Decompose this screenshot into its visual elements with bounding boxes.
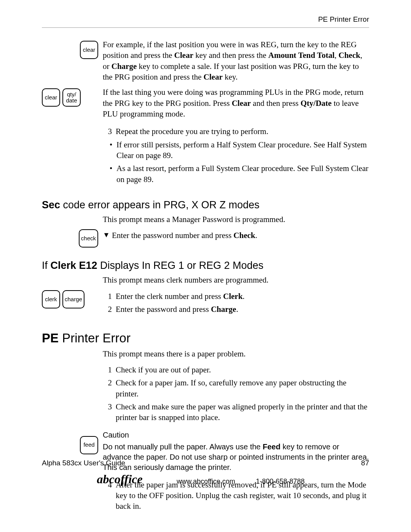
caution-heading: Caution: [103, 430, 369, 440]
step-3: 3 Repeat the procedure you are trying to…: [103, 126, 369, 137]
brand-bar: abcoffice www.abcoffice.com 1-800-658-87…: [0, 472, 411, 486]
key-clerk: clerk: [42, 290, 60, 308]
key-charge: charge: [62, 290, 84, 308]
pe-intro: This prompt means there is a paper probl…: [103, 348, 369, 359]
pe-step-1: 1 Check if you are out of paper.: [103, 364, 369, 375]
footer-guide-name: Alpha 583cx User's Guide: [42, 459, 125, 467]
clerk-step-2: 2 Enter the password and press Charge.: [103, 304, 369, 315]
brand-url: www.abcoffice.com: [177, 478, 235, 486]
key-check: check: [79, 229, 98, 248]
brand-phone: 1-800-658-8788: [256, 478, 304, 486]
heading-sec-error: Sec code error appears in PRG, X OR Z mo…: [42, 199, 369, 211]
bullet-full-clear: • As a last resort, perform a Full Syste…: [110, 163, 369, 185]
heading-clerk-e12: If Clerk E12 Displays In REG 1 or REG 2 …: [42, 260, 369, 272]
footer-page-number: 87: [361, 459, 369, 467]
key-feed: feed: [80, 436, 98, 454]
example-paragraph: For example, if the last position you we…: [103, 39, 369, 82]
page-footer: Alpha 583cx User's Guide 87: [42, 459, 369, 467]
heading-pe-printer-error: PE Printer Error: [42, 331, 369, 345]
bullet-half-clear: • If error still persists, perform a Hal…: [110, 139, 369, 161]
clerk-step-1: 1 Enter the clerk number and press Clerk…: [103, 291, 369, 302]
clerk-intro: This prompt means clerk numbers are prog…: [103, 275, 369, 285]
pe-step-3: 3 Check and make sure the paper was alig…: [103, 401, 369, 423]
brand-logo: abcoffice: [97, 472, 143, 486]
sec-step: ▼ Enter the password number and press Ch…: [103, 230, 369, 241]
plu-paragraph: If the last thing you were doing was pro…: [103, 87, 369, 119]
header-section-title: PE Printer Error: [318, 15, 369, 23]
pe-step-2: 2 Check for a paper jam. If so, carefull…: [103, 377, 369, 399]
sec-intro: This prompt means a Manager Password is …: [103, 214, 369, 225]
key-qty-date: qty/ date: [62, 88, 81, 107]
page-header: PE Printer Error: [42, 15, 369, 28]
key-clear: clear: [42, 88, 60, 107]
caution-text: Do not manually pull the paper. Always u…: [103, 442, 369, 473]
triangle-down-icon: ▼: [103, 230, 112, 240]
key-clear: clear: [80, 41, 98, 59]
